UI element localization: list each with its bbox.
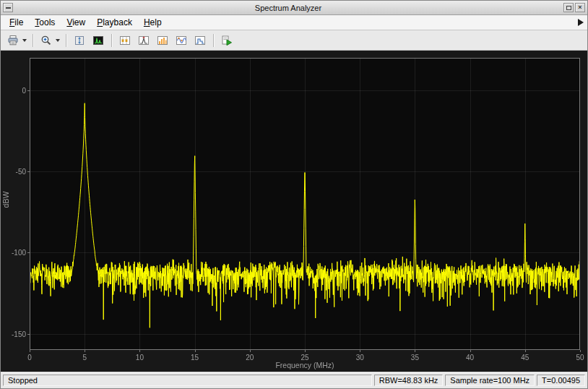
printer-export-icon [7, 35, 19, 46]
channel-measurements-icon [157, 35, 168, 46]
cursor-measurements-icon [119, 35, 131, 46]
close-button[interactable]: × [575, 3, 585, 12]
zoom-combo [37, 31, 62, 50]
rbw-indicator: RBW=48.83 kHz [374, 375, 444, 386]
fit-axes-icon [74, 35, 85, 46]
titlebar[interactable]: Spectrum Analyzer × [1, 1, 587, 15]
plot-region: 051015202530354045500-50-100-150 dBW Fre… [1, 51, 587, 372]
spectrum-analyzer-window: Spectrum Analyzer × FileToolsViewPlaybac… [0, 0, 588, 389]
maximize-button[interactable] [563, 3, 574, 12]
zoom-button[interactable] [37, 31, 56, 50]
distortion-measurements-button[interactable] [172, 31, 191, 50]
run-button[interactable] [217, 31, 236, 50]
time-indicator: T=0.00495 [537, 375, 585, 386]
menu-item-view[interactable]: View [61, 16, 91, 29]
run-playback-icon [221, 35, 233, 46]
sample-rate-indicator: Sample rate=100 MHz [445, 375, 535, 386]
toolbar-separator [33, 34, 33, 47]
spectrum-settings-button[interactable] [89, 31, 108, 50]
menu-overflow-arrow-icon[interactable] [578, 19, 584, 26]
zoom-magnifier-icon [40, 35, 52, 46]
window-menu-icon [6, 7, 11, 9]
menu-item-help[interactable]: Help [138, 16, 168, 29]
status-message: Stopped [3, 375, 372, 386]
menu-item-file[interactable]: File [4, 16, 29, 29]
channel-measurements-button[interactable] [153, 31, 172, 50]
peak-finder-button[interactable] [134, 31, 153, 50]
spectrum-settings-icon [92, 35, 104, 46]
toolbar-separator [66, 34, 66, 47]
export-dropdown-caret-icon[interactable] [22, 39, 27, 42]
window-menu-button[interactable] [3, 3, 13, 12]
maximize-icon [566, 6, 571, 10]
distortion-measurements-icon [176, 35, 187, 46]
spectral-mask-button[interactable] [191, 31, 209, 50]
menu-item-tools[interactable]: Tools [29, 16, 61, 29]
menu-item-playback[interactable]: Playback [91, 16, 138, 29]
menubar: FileToolsViewPlaybackHelp [1, 15, 587, 30]
export-combo [4, 31, 29, 50]
zoom-dropdown-caret-icon[interactable] [56, 39, 60, 42]
close-icon: × [578, 4, 581, 11]
cursor-measurements-button[interactable] [116, 31, 134, 50]
export-button[interactable] [4, 31, 22, 50]
toolbar-separator [213, 34, 214, 47]
peak-finder-icon [138, 35, 150, 46]
spectral-mask-icon [194, 35, 206, 46]
spectrum-plot-canvas[interactable] [1, 51, 587, 372]
menubar-items: FileToolsViewPlaybackHelp [4, 15, 168, 30]
window-title: Spectrum Analyzer [14, 4, 562, 12]
toolbar [1, 30, 587, 51]
autoscale-button[interactable] [70, 31, 89, 50]
statusbar: Stopped RBW=48.83 kHz Sample rate=100 MH… [1, 372, 587, 388]
toolbar-separator [111, 34, 112, 47]
